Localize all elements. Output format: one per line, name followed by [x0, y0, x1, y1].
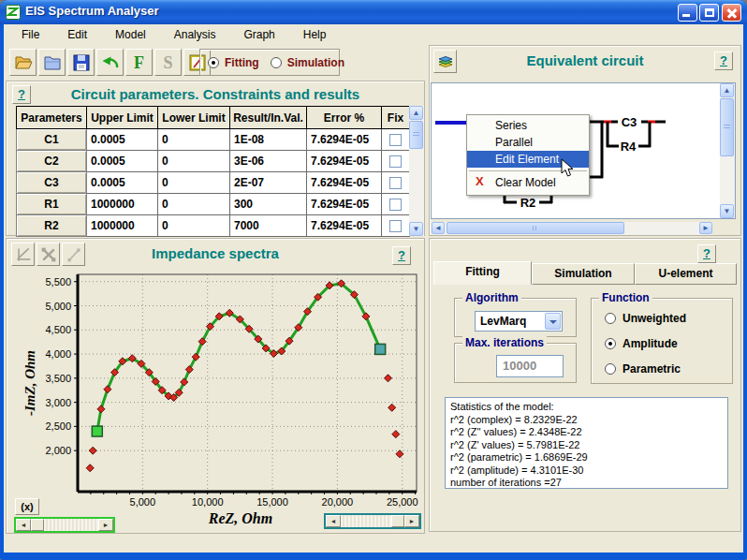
slider-left-arrow-icon[interactable]: ◄ — [326, 515, 341, 527]
fit-button[interactable]: F — [125, 49, 153, 76]
result-cell[interactable]: 3E-06 — [230, 151, 307, 172]
slider-thumb[interactable] — [391, 515, 404, 527]
unweighted-option[interactable]: Unweighted — [605, 312, 686, 325]
lower-limit-cell[interactable]: 0 — [158, 194, 230, 215]
function-group: Function Unweighted Amplitude Parametric — [591, 298, 733, 384]
param-name-cell[interactable]: C2 — [17, 151, 87, 172]
fitting-radio[interactable] — [208, 57, 219, 68]
error-cell[interactable]: 7.6294E-05 — [307, 172, 382, 194]
table-row[interactable]: C30.000502E-077.6294E-05 — [17, 172, 410, 194]
fix-checkbox[interactable] — [389, 134, 402, 146]
fix-checkbox[interactable] — [389, 220, 402, 232]
param-name-cell[interactable]: C3 — [17, 172, 87, 194]
tab-simulation[interactable]: Simulation — [532, 263, 635, 285]
result-cell[interactable]: 7000 — [230, 215, 307, 237]
x-range-slider-left[interactable]: ◄ ► — [14, 517, 115, 533]
algorithm-dropdown[interactable]: LevMarq — [475, 311, 563, 332]
result-cell[interactable]: 300 — [230, 194, 307, 215]
slider-right-arrow-icon[interactable]: ► — [404, 515, 419, 527]
table-scrollbar[interactable]: ▲ ▼ — [409, 106, 424, 236]
amplitude-radio[interactable] — [605, 338, 616, 349]
parametric-option[interactable]: Parametric — [605, 362, 681, 376]
client-area: File Edit Model Analysis Graph Help — [4, 24, 743, 553]
save-button[interactable] — [67, 49, 95, 76]
upper-limit-cell[interactable]: 0.0005 — [87, 172, 158, 194]
max-iterations-input[interactable]: 10000 — [496, 355, 564, 377]
maximize-button[interactable] — [699, 4, 719, 22]
circuit-vscrollbar[interactable]: ▲ ▼ — [720, 83, 735, 218]
lower-limit-cell[interactable]: 0 — [158, 172, 230, 194]
title-bar[interactable]: EIS Spectrum Analyser — [0, 0, 747, 24]
error-cell[interactable]: 7.6294E-05 — [307, 215, 382, 237]
table-row[interactable]: R21000000070007.6294E-05 — [17, 215, 410, 237]
upper-limit-cell[interactable]: 0.0005 — [87, 129, 158, 151]
lower-limit-cell[interactable]: 0 — [158, 151, 230, 172]
fix-checkbox[interactable] — [389, 155, 402, 168]
x-axis-toggle-button[interactable]: (x) — [15, 498, 39, 515]
circuit-canvas[interactable]: C3 R4 R2 Series Parallel — [431, 82, 736, 219]
x-range-slider-right[interactable]: ◄ ► — [324, 513, 421, 529]
impedance-chart[interactable]: 5,00010,00015,00020,00025,0002,0002,5003… — [8, 263, 420, 511]
fix-checkbox[interactable] — [389, 199, 402, 211]
open-model-button[interactable] — [38, 49, 66, 76]
dropdown-button[interactable] — [545, 313, 561, 330]
impedance-help-button[interactable]: ? — [392, 246, 411, 265]
svg-text:10,000: 10,000 — [192, 496, 224, 508]
upper-limit-cell[interactable]: 1000000 — [87, 215, 158, 237]
fitting-help-button[interactable]: ? — [697, 244, 716, 263]
menu-help[interactable]: Help — [295, 26, 335, 43]
menu-analysis[interactable]: Analysis — [166, 26, 225, 43]
minimize-button[interactable] — [678, 4, 697, 22]
error-cell[interactable]: 7.6294E-05 — [307, 129, 382, 151]
menu-file[interactable]: File — [13, 26, 48, 43]
menu-graph[interactable]: Graph — [235, 26, 283, 43]
param-name-cell[interactable]: R2 — [17, 215, 87, 237]
upper-limit-cell[interactable]: 0.0005 — [87, 151, 158, 172]
error-cell[interactable]: 7.6294E-05 — [307, 194, 382, 215]
scroll-thumb[interactable] — [409, 121, 423, 149]
menu-item-series[interactable]: Series — [467, 117, 589, 134]
menu-item-parallel[interactable]: Parallel — [467, 134, 589, 151]
menu-edit[interactable]: Edit — [59, 26, 95, 43]
tab-u-element[interactable]: U-element — [635, 263, 737, 285]
circuit-hscrollbar[interactable]: ◄ ► — [432, 222, 712, 235]
circuit-element-r2[interactable]: R2 — [520, 196, 536, 210]
lower-limit-cell[interactable]: 0 — [158, 215, 230, 237]
tab-fitting[interactable]: Fitting — [433, 261, 532, 285]
params-table-body: C10.000501E-087.6294E-05C20.000503E-067.… — [17, 129, 410, 237]
open-file-button[interactable] — [9, 49, 37, 76]
circuit-help-button[interactable]: ? — [714, 52, 733, 70]
parametric-radio[interactable] — [605, 363, 616, 375]
simulate-button[interactable]: S — [154, 49, 182, 76]
table-row[interactable]: R1100000003007.6294E-05 — [17, 194, 410, 215]
slider-thumb[interactable] — [31, 519, 44, 531]
error-cell[interactable]: 7.6294E-05 — [307, 151, 382, 172]
upper-limit-cell[interactable]: 1000000 — [87, 194, 158, 215]
circuit-element-c3[interactable]: C3 — [622, 115, 637, 129]
menu-model[interactable]: Model — [107, 26, 154, 43]
param-name-cell[interactable]: R1 — [17, 194, 87, 215]
svg-text:4,000: 4,000 — [45, 348, 71, 360]
svg-text:5,500: 5,500 — [45, 276, 71, 287]
statistics-box: Statistics of the model: r^2 (complex) =… — [445, 397, 728, 489]
result-cell[interactable]: 2E-07 — [230, 172, 307, 194]
scroll-down-icon[interactable]: ▼ — [409, 222, 423, 236]
amplitude-option[interactable]: Amplitude — [605, 337, 678, 350]
circuit-element-r4[interactable]: R4 — [621, 140, 637, 154]
unweighted-radio[interactable] — [605, 313, 616, 324]
fix-checkbox[interactable] — [389, 177, 402, 189]
undo-button[interactable] — [96, 49, 124, 76]
slider-right-arrow-icon[interactable]: ► — [98, 519, 113, 531]
simulation-radio[interactable] — [271, 57, 282, 68]
close-button[interactable] — [722, 4, 741, 22]
col-lower-limit: Lower Limit — [158, 107, 230, 129]
param-name-cell[interactable]: C1 — [17, 129, 87, 151]
scroll-up-icon[interactable]: ▲ — [409, 106, 423, 120]
table-row[interactable]: C20.000503E-067.6294E-05 — [17, 151, 410, 172]
svg-text:3,000: 3,000 — [45, 397, 71, 408]
slider-left-arrow-icon[interactable]: ◄ — [16, 519, 31, 531]
algorithm-value: LevMarq — [480, 315, 526, 328]
result-cell[interactable]: 1E-08 — [230, 129, 307, 151]
lower-limit-cell[interactable]: 0 — [158, 129, 230, 151]
table-row[interactable]: C10.000501E-087.6294E-05 — [17, 129, 410, 151]
